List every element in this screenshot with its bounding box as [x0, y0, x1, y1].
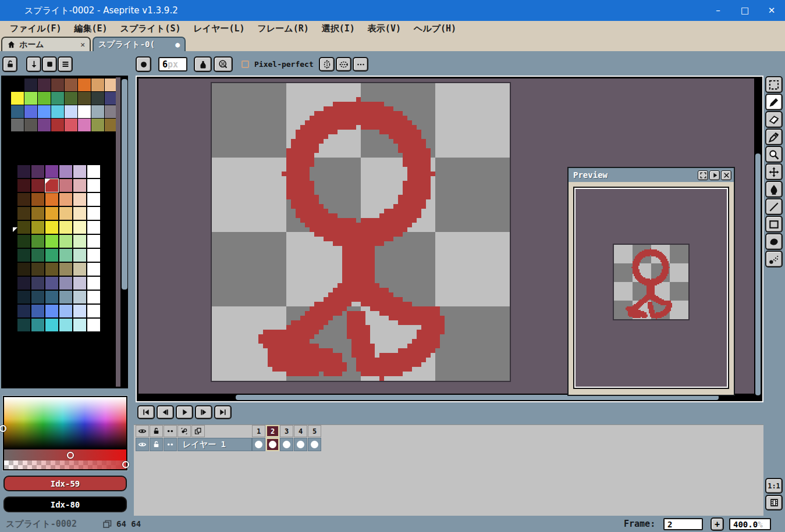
tool-move[interactable]	[765, 163, 783, 180]
frame-header-1[interactable]: 1	[252, 425, 265, 437]
palette-button-sort-down[interactable]	[26, 56, 41, 72]
ramp-swatch[interactable]	[45, 263, 58, 276]
sprite-canvas[interactable]	[212, 83, 510, 381]
editor-vscrollbar[interactable]	[755, 153, 761, 395]
ramp-swatch[interactable]	[73, 277, 86, 290]
timeline-header-duplicate-button[interactable]	[191, 425, 205, 437]
tool-pencil[interactable]	[765, 94, 783, 110]
ramp-swatch[interactable]	[17, 207, 30, 220]
palette-swatch[interactable]	[11, 119, 24, 131]
ramp-swatch[interactable]	[87, 193, 100, 206]
frame-header-5[interactable]: 5	[308, 425, 321, 437]
cel-frame-2[interactable]	[266, 438, 279, 451]
ramp-swatch[interactable]	[87, 277, 100, 290]
tool-line[interactable]	[765, 198, 783, 215]
ramp-swatch[interactable]	[31, 221, 44, 234]
ramp-swatch[interactable]	[87, 221, 100, 234]
palette-button-presets[interactable]	[42, 56, 57, 72]
ramp-swatch[interactable]	[87, 235, 100, 248]
ramp-swatch[interactable]	[87, 263, 100, 276]
ramp-swatch[interactable]	[45, 165, 58, 178]
ramp-swatch[interactable]	[59, 305, 72, 317]
ramp-swatch[interactable]	[45, 193, 58, 206]
palette-swatch[interactable]	[11, 92, 24, 105]
cel-frame-4[interactable]	[294, 438, 307, 451]
ramp-swatch[interactable]	[17, 193, 30, 206]
palette-swatch[interactable]	[51, 119, 64, 131]
tab-home[interactable]: ホーム ✕	[1, 37, 91, 51]
timeline-header-eye-button[interactable]	[136, 425, 149, 437]
cel-frame-1[interactable]	[252, 438, 265, 451]
ramp-swatch[interactable]	[73, 193, 86, 206]
menu-item[interactable]: 編集(E)	[68, 22, 114, 35]
canvas[interactable]	[211, 82, 511, 382]
ramp-swatch[interactable]	[17, 179, 30, 192]
ramp-swatch[interactable]	[45, 305, 58, 317]
layer-linked-button[interactable]	[164, 438, 177, 451]
ramp-swatch[interactable]	[59, 179, 72, 192]
color-spectrum[interactable]	[4, 397, 126, 449]
playback-skip-last-button[interactable]	[214, 405, 232, 419]
ramp-swatch[interactable]	[31, 165, 44, 178]
alpha-slider[interactable]	[4, 460, 126, 469]
ramp-swatch[interactable]	[73, 305, 86, 317]
palette-swatch[interactable]	[11, 105, 24, 118]
ramp-swatch[interactable]	[73, 263, 86, 276]
playback-skip-first-button[interactable]	[137, 405, 155, 419]
tool-eyedropper[interactable]	[765, 128, 783, 145]
ramp-swatch[interactable]	[73, 249, 86, 262]
ramp-swatch[interactable]	[31, 235, 44, 248]
ramp-swatch[interactable]	[31, 305, 44, 317]
tool-eraser[interactable]	[765, 111, 783, 128]
ramp-swatch[interactable]	[87, 207, 100, 220]
ramp-swatch[interactable]	[59, 235, 72, 248]
preview-play-button[interactable]	[709, 170, 720, 180]
palette-swatch[interactable]	[51, 105, 64, 118]
ramp-swatch[interactable]	[45, 235, 58, 248]
palette-swatch[interactable]	[91, 78, 104, 91]
palette-scrollbar-track[interactable]	[116, 77, 120, 387]
tool-rectangle[interactable]	[765, 216, 783, 233]
ramp-swatch[interactable]	[17, 221, 30, 234]
palette-swatch[interactable]	[65, 119, 77, 131]
timeline-header-lock-button[interactable]	[150, 425, 163, 437]
ramp-swatch[interactable]	[59, 207, 72, 220]
pixel-perfect-checkbox[interactable]	[241, 60, 249, 68]
minimize-button[interactable]: –	[705, 0, 731, 21]
menu-item[interactable]: ヘルプ(H)	[407, 22, 463, 35]
tool-jumble[interactable]	[765, 251, 783, 267]
ramp-swatch[interactable]	[31, 193, 44, 206]
timeline-header-linked-button[interactable]	[164, 425, 177, 437]
ramp-swatch[interactable]	[45, 249, 58, 262]
ramp-swatch[interactable]	[17, 277, 30, 290]
saturation-slider[interactable]	[4, 449, 126, 460]
ramp-swatch[interactable]	[17, 319, 30, 331]
symmetry-button-vsym[interactable]	[319, 57, 335, 72]
ramp-swatch[interactable]	[45, 221, 58, 234]
ramp-swatch[interactable]	[31, 319, 44, 331]
palette-swatch[interactable]	[78, 119, 91, 131]
add-frame-button[interactable]: +	[711, 517, 724, 531]
ramp-swatch[interactable]	[45, 207, 58, 220]
tab-sprite[interactable]: スプライト-0( ●	[93, 37, 186, 51]
menu-item[interactable]: フレーム(R)	[251, 22, 315, 35]
ramp-swatch[interactable]	[17, 305, 30, 317]
palette-swatch[interactable]	[24, 78, 37, 91]
ramp-swatch[interactable]	[59, 193, 72, 206]
saturation-marker[interactable]	[67, 452, 74, 459]
tool-zoom[interactable]	[765, 146, 783, 163]
ramp-swatch[interactable]	[45, 291, 58, 304]
palette-swatch[interactable]	[38, 105, 51, 118]
ramp-swatch[interactable]	[17, 249, 30, 262]
frame-header-2[interactable]: 2	[266, 425, 279, 437]
ramp-swatch[interactable]	[59, 249, 72, 262]
ramp-swatch[interactable]	[73, 235, 86, 248]
frame-input[interactable]: 2	[663, 518, 703, 530]
background-color-button[interactable]: Idx-80	[3, 497, 127, 512]
timeline-header-onion-button[interactable]	[177, 425, 191, 437]
preview-viewport[interactable]	[573, 187, 729, 389]
ramp-swatch[interactable]	[31, 263, 44, 276]
tool-bucket[interactable]	[765, 181, 783, 198]
ramp-swatch[interactable]	[87, 319, 100, 331]
ramp-swatch[interactable]	[45, 319, 58, 331]
